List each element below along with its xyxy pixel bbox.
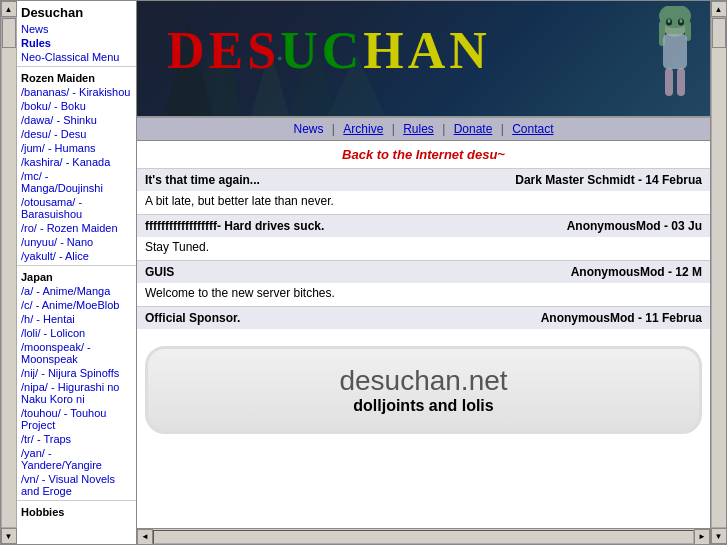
table-row: Stay Tuned. <box>137 237 710 261</box>
sidebar-item-vn[interactable]: /vn/ - Visual Novelsand Eroge <box>17 472 136 498</box>
nav-sep-4: | <box>501 122 504 136</box>
news-meta-1: Dark Master Schmidt - 14 Februa <box>418 169 710 192</box>
svg-rect-15 <box>663 34 687 69</box>
table-row <box>137 329 710 338</box>
bottom-scrollbar[interactable]: ◄ ► <box>137 528 710 544</box>
sidebar-item-loli[interactable]: /loli/ - Lolicon <box>17 326 136 340</box>
sidebar-link-neoclassical[interactable]: Neo-Classical Menu <box>17 50 136 64</box>
sidebar-item-c[interactable]: /c/ - Anime/MoeBlob <box>17 298 136 312</box>
header-banner: DESUCHAN <box>137 1 710 116</box>
nav-news[interactable]: News <box>293 122 323 136</box>
sidebar-link-rules[interactable]: Rules <box>17 36 136 50</box>
right-scroll-thumb[interactable] <box>712 18 726 48</box>
sidebar-item-yakult[interactable]: /yakult/ - Alice <box>17 249 136 263</box>
news-title-1: It's that time again... <box>137 169 418 192</box>
sidebar-section-rozen-maiden: Rozen Maiden <box>17 69 136 85</box>
news-body-1: A bit late, but better late than never. <box>137 191 710 215</box>
sidebar-item-kashira[interactable]: /kashira/ - Kanada <box>17 155 136 169</box>
table-row: Official Sponsor. AnonymousMod - 11 Febr… <box>137 307 710 330</box>
news-meta-4: AnonymousMod - 11 Februa <box>418 307 710 330</box>
main-content: DESUCHAN <box>137 1 710 544</box>
sidebar-item-yan[interactable]: /yan/ -Yandere/Yangire <box>17 446 136 472</box>
nav-donate[interactable]: Donate <box>454 122 493 136</box>
scroll-track[interactable] <box>1 17 17 528</box>
nav-sep-3: | <box>442 122 445 136</box>
sidebar-title: Desuchan <box>17 1 136 22</box>
sidebar-item-dawa[interactable]: /dawa/ - Shinku <box>17 113 136 127</box>
sidebar-item-moonspeak[interactable]: /moonspeak/ -Moonspeak <box>17 340 136 366</box>
bottom-scroll-right[interactable]: ► <box>694 529 710 545</box>
tagline: Back to the Internet desu~ <box>137 141 710 168</box>
sidebar-item-boku[interactable]: /boku/ - Boku <box>17 99 136 113</box>
nav-bar: News | Archive | Rules | Donate | Contac… <box>137 116 710 141</box>
news-meta-2: AnonymousMod - 03 Ju <box>418 215 710 238</box>
sidebar-item-desu[interactable]: /desu/ - Desu <box>17 127 136 141</box>
nav-rules[interactable]: Rules <box>403 122 434 136</box>
svg-rect-21 <box>677 68 685 96</box>
svg-rect-20 <box>665 68 673 96</box>
news-body-3: Welcome to the new server bitches. <box>137 283 710 307</box>
scroll-up-button[interactable]: ▲ <box>1 1 17 17</box>
sidebar-item-mc[interactable]: /mc/ - Manga/Doujinshi <box>17 169 136 195</box>
sidebar-item-jum[interactable]: /jum/ - Humans <box>17 141 136 155</box>
news-title-3: GUIS <box>137 261 418 284</box>
ad-title: desuchan.net <box>164 365 683 397</box>
ad-area: desuchan.net dolljoints and lolis <box>145 346 702 434</box>
right-scroll-track[interactable] <box>711 17 727 528</box>
news-body-4 <box>137 329 710 338</box>
bottom-scroll-track[interactable] <box>153 530 694 544</box>
right-scroll-up[interactable]: ▲ <box>711 1 727 17</box>
news-body-2: Stay Tuned. <box>137 237 710 261</box>
bottom-scroll-left[interactable]: ◄ <box>137 529 153 545</box>
right-scrollbar[interactable]: ▲ ▼ <box>710 1 726 544</box>
sidebar-item-h[interactable]: /h/ - Hentai <box>17 312 136 326</box>
table-row: ffffffffffffffffff- Hard drives suck. An… <box>137 215 710 238</box>
banner-title: DESUCHAN <box>167 21 491 80</box>
sidebar-item-nipa[interactable]: /nipa/ - Higurashi noNaku Koro ni <box>17 380 136 406</box>
sidebar-item-touhou[interactable]: /touhou/ - TouhouProject <box>17 406 136 432</box>
sidebar-item-otousama[interactable]: /otousama/ -Barasuishou <box>17 195 136 221</box>
news-table: It's that time again... Dark Master Schm… <box>137 168 710 338</box>
sidebar-item-bananas[interactable]: /bananas/ - Kirakishou <box>17 85 136 99</box>
ad-subtitle: dolljoints and lolis <box>164 397 683 415</box>
scroll-down-button[interactable]: ▼ <box>1 528 17 544</box>
nav-contact[interactable]: Contact <box>512 122 553 136</box>
table-row: GUIS AnonymousMod - 12 M <box>137 261 710 284</box>
svg-point-19 <box>680 19 683 23</box>
sidebar-section-hobbies: Hobbies <box>17 503 136 519</box>
sidebar-item-unyuu[interactable]: /unyuu/ - Nano <box>17 235 136 249</box>
sidebar: Desuchan News Rules Neo-Classical Menu R… <box>17 1 137 544</box>
sidebar-section-japan: Japan <box>17 268 136 284</box>
sidebar-item-nij[interactable]: /nij/ - Nijura Spinoffs <box>17 366 136 380</box>
news-title-2: ffffffffffffffffff- Hard drives suck. <box>137 215 418 238</box>
sidebar-item-tr[interactable]: /tr/ - Traps <box>17 432 136 446</box>
content-area: Back to the Internet desu~ It's that tim… <box>137 141 710 528</box>
nav-archive[interactable]: Archive <box>343 122 383 136</box>
sidebar-item-ro[interactable]: /ro/ - Rozen Maiden <box>17 221 136 235</box>
sidebar-link-news[interactable]: News <box>17 22 136 36</box>
left-scrollbar[interactable]: ▲ ▼ <box>1 1 17 544</box>
table-row: It's that time again... Dark Master Schm… <box>137 169 710 192</box>
nav-sep-1: | <box>332 122 335 136</box>
sidebar-item-a[interactable]: /a/ - Anime/Manga <box>17 284 136 298</box>
scroll-thumb[interactable] <box>2 18 16 48</box>
table-row: Welcome to the new server bitches. <box>137 283 710 307</box>
banner-girl-icon <box>645 6 705 106</box>
right-scroll-down[interactable]: ▼ <box>711 528 727 544</box>
nav-sep-2: | <box>392 122 395 136</box>
svg-point-18 <box>668 19 671 23</box>
news-meta-3: AnonymousMod - 12 M <box>418 261 710 284</box>
table-row: A bit late, but better late than never. <box>137 191 710 215</box>
news-title-4: Official Sponsor. <box>137 307 418 330</box>
